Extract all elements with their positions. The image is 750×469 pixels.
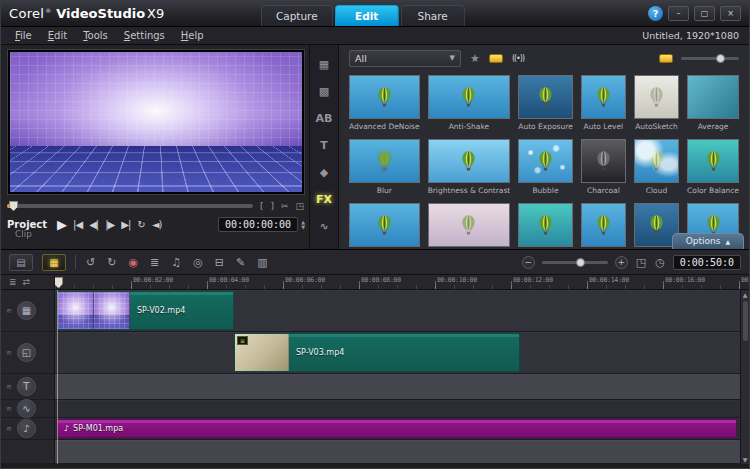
redo-icon[interactable]: ↻ — [106, 256, 117, 269]
filter-item[interactable] — [581, 203, 626, 249]
voice-track-icon[interactable]: ∿ — [17, 399, 36, 418]
filter-thumb — [349, 203, 420, 247]
auto-music-icon[interactable]: ♫ — [170, 256, 182, 269]
filter-item[interactable]: Cloud — [634, 139, 679, 195]
play-button[interactable]: ▶ — [57, 217, 66, 232]
undo-icon[interactable]: ↺ — [85, 256, 96, 269]
filter-item[interactable]: Brightness & Contrast — [428, 139, 511, 195]
home-button[interactable]: |◀ — [73, 219, 82, 230]
close-button[interactable]: × — [720, 6, 741, 21]
filter-item[interactable]: Anti-Shake — [428, 75, 511, 131]
filter-item[interactable]: Auto Exposure — [518, 75, 573, 131]
ruler-label: 00:00:06:00 — [285, 276, 325, 284]
menu-help[interactable]: Help — [173, 28, 212, 43]
seek-slider[interactable] — [7, 204, 253, 208]
minimize-button[interactable]: – — [668, 6, 689, 21]
scroll-down-icon[interactable]: ▼ — [743, 455, 748, 464]
cut-icon[interactable]: ✂ — [280, 201, 290, 211]
track-ribbon-icon[interactable]: ≋ — [6, 425, 12, 433]
track-ribbon-icon[interactable]: ≋ — [6, 307, 12, 315]
sound-mixer-icon[interactable]: ≣ — [149, 256, 160, 269]
media-icon[interactable]: ▦ — [313, 55, 335, 73]
thumbnail-size-handle[interactable] — [716, 54, 725, 63]
track-ribbon-icon[interactable]: ≋ — [6, 349, 12, 357]
subtitle-editor-icon[interactable]: ⊟ — [214, 256, 225, 269]
clip-name: SP-M01.mpa — [73, 424, 123, 433]
menu-edit[interactable]: Edit — [40, 28, 75, 43]
filter-item[interactable]: Auto Level — [581, 75, 626, 131]
timecode-spinner[interactable]: ▲ ▼ — [301, 220, 305, 230]
motion-path-icon[interactable]: ∿ — [313, 217, 335, 235]
video-track-icon[interactable]: ▦ — [17, 301, 36, 320]
filter-item[interactable]: Color Balance — [687, 139, 739, 195]
enlarge-icon[interactable]: ◳ — [294, 201, 305, 211]
track-ribbon-icon[interactable]: ≋ — [6, 383, 12, 391]
playhead-marker[interactable] — [55, 277, 63, 288]
zoom-out-icon[interactable]: − — [522, 256, 535, 269]
preview-timecode[interactable]: 00:00:00:00 — [218, 217, 298, 232]
maximize-button[interactable]: ▢ — [694, 6, 715, 21]
video-preview[interactable] — [7, 49, 305, 195]
music-clip[interactable]: ♪SP-M01.mpa — [57, 419, 737, 438]
transition-icon[interactable]: AB — [313, 109, 335, 127]
mark-in-icon[interactable]: [ — [259, 201, 265, 211]
menu-tools[interactable]: Tools — [75, 28, 116, 43]
filter-item[interactable]: Average — [687, 75, 739, 131]
filter-item[interactable]: Blur — [349, 139, 420, 195]
favorites-icon[interactable]: ★ — [470, 52, 480, 65]
filter-label: AutoSketch — [634, 122, 679, 131]
playhead-line[interactable] — [57, 290, 58, 464]
timeline-zoom-slider[interactable] — [542, 261, 608, 264]
record-capture-icon[interactable]: ◉ — [127, 256, 139, 269]
tab-capture[interactable]: Capture — [261, 5, 333, 26]
audio-filters-toggle-icon[interactable]: ((•)) — [512, 54, 524, 63]
tab-share[interactable]: Share — [401, 5, 465, 26]
help-icon[interactable]: ? — [648, 6, 663, 21]
timeline-zoom-handle[interactable] — [576, 258, 585, 267]
filter-icon[interactable]: FX — [313, 190, 335, 208]
transport-buttons: ▶|◀◀||▶▶|↻◄) — [57, 217, 161, 232]
motion-track-icon[interactable]: ◎ — [192, 256, 204, 269]
timeline-scrollbar[interactable]: ▲ ▼ — [740, 290, 749, 464]
multicam-editor-icon[interactable]: ▥ — [256, 256, 268, 269]
filter-item[interactable] — [518, 203, 573, 249]
zoom-in-icon[interactable]: + — [615, 256, 628, 269]
options-button[interactable]: Options ▲ — [672, 233, 744, 249]
filter-label: Brightness & Contrast — [428, 186, 511, 195]
track-ribbon-icon[interactable]: ≋ — [6, 405, 12, 413]
next-frame-button[interactable]: |▶ — [105, 219, 114, 230]
filter-item[interactable]: Charcoal — [581, 139, 626, 195]
overlay-clip[interactable]: ≡SP-V03.mp4 — [234, 333, 520, 372]
tab-edit[interactable]: Edit — [335, 5, 399, 26]
overlay-track-icon[interactable]: ◱ — [17, 343, 36, 362]
title-icon[interactable]: T — [313, 136, 335, 154]
thumbnail-size-slider[interactable] — [681, 57, 739, 60]
painting-creator-icon[interactable]: ✎ — [235, 256, 246, 269]
video-filters-toggle-icon[interactable] — [489, 54, 503, 63]
scroll-up-icon[interactable]: ▲ — [743, 290, 748, 299]
previous-frame-button[interactable]: ◀| — [89, 219, 98, 230]
filter-item[interactable]: Bubble — [518, 139, 573, 195]
filter-item[interactable]: Advanced DeNoise — [349, 75, 420, 131]
mark-out-icon[interactable]: ] — [269, 201, 275, 211]
volume-button[interactable]: ◄) — [152, 219, 162, 230]
library-panel-icon[interactable] — [659, 54, 673, 63]
timeline-ruler[interactable]: 00:00:02:0000:00:04:0000:00:06:0000:00:0… — [55, 275, 749, 289]
scrollbar-thumb[interactable] — [743, 301, 748, 341]
menu-settings[interactable]: Settings — [116, 28, 173, 43]
project-duration[interactable]: 0:00:50:0 — [673, 255, 741, 270]
filter-category-select[interactable]: All ▼ — [349, 50, 461, 67]
spin-down-icon[interactable]: ▼ — [301, 225, 305, 230]
filter-item[interactable]: AutoSketch — [634, 75, 679, 131]
repeat-button[interactable]: ↻ — [137, 219, 144, 230]
fit-project-icon[interactable]: ◳ — [635, 256, 647, 269]
filter-item[interactable] — [349, 203, 420, 249]
graphic-icon[interactable]: ◆ — [313, 163, 335, 181]
title-track-icon[interactable]: T — [17, 377, 36, 396]
timeline-view-icon[interactable]: ▦ — [42, 254, 66, 271]
instant-project-icon[interactable]: ▩ — [313, 82, 335, 100]
end-button[interactable]: ▶| — [121, 219, 130, 230]
video-clip[interactable]: SP-V02.mp4 — [57, 291, 234, 330]
music-track-icon[interactable]: ♪ — [17, 419, 36, 438]
filter-item[interactable] — [428, 203, 511, 249]
